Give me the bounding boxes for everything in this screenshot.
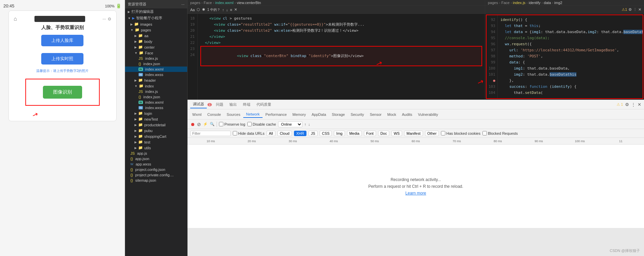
- nav-down-btn[interactable]: ↓: [226, 8, 228, 12]
- folder-login[interactable]: ▶ 📁 login: [125, 110, 187, 116]
- hide-data-urls-label[interactable]: Hide data URLs: [233, 131, 265, 135]
- import-btn[interactable]: ↑: [304, 122, 306, 126]
- learn-more-link[interactable]: Learn more: [405, 191, 426, 196]
- tab-audits[interactable]: Audits: [399, 111, 415, 118]
- filter-media-btn[interactable]: Media: [347, 131, 362, 136]
- dot-menu-icon[interactable]: ···: [102, 17, 106, 21]
- filter-css-btn[interactable]: CSS: [320, 131, 332, 136]
- tab-performance[interactable]: Performance: [263, 111, 290, 118]
- file-face-indexjs[interactable]: JS index.js: [125, 56, 187, 61]
- disable-cache-label[interactable]: Disable cache: [247, 122, 276, 126]
- file-index-wxml[interactable]: W index.wxml: [125, 100, 187, 105]
- file-face-indexwxss[interactable]: W index.wxss: [125, 72, 187, 77]
- folder-images[interactable]: ▶ 📁 images: [125, 21, 187, 27]
- file-face-indexjson[interactable]: {} index.json: [125, 61, 187, 67]
- more-menu-btn[interactable]: ≡: [230, 8, 232, 12]
- format-btn[interactable]: Aa: [190, 8, 195, 12]
- tab-security[interactable]: Security: [348, 111, 367, 118]
- filter-img-btn[interactable]: Img: [334, 131, 345, 136]
- folder-body[interactable]: ▶ 📁 body: [125, 39, 187, 44]
- right-code-editor[interactable]: identify() { let that = this; let data =…: [498, 15, 643, 98]
- folder-aa[interactable]: ▶ 📁 aa: [125, 33, 187, 39]
- warning-btn[interactable]: ⚠1: [622, 7, 627, 12]
- folder-face[interactable]: ▼ 📁 Face: [125, 50, 187, 56]
- tab-vulnerability[interactable]: Vulnerability: [415, 111, 441, 118]
- explorer-menu-icon[interactable]: ···: [181, 2, 184, 6]
- filter-js-btn[interactable]: JS: [308, 131, 318, 136]
- hide-data-urls-checkbox[interactable]: [233, 131, 237, 135]
- filter-font-btn[interactable]: Font: [364, 131, 376, 136]
- folder-center[interactable]: ▶ 📁 center: [125, 44, 187, 50]
- close-right-btn[interactable]: ✕: [638, 7, 641, 12]
- home-icon[interactable]: ⌂: [14, 16, 17, 22]
- file-projectconfig[interactable]: {} project.config.json: [125, 167, 187, 172]
- tab-mock[interactable]: Mock: [385, 111, 399, 118]
- export-btn[interactable]: ↓: [308, 122, 310, 126]
- code-editor-wxml[interactable]: <view cl > gestures <view class="resultT…: [198, 14, 485, 100]
- stop-btn[interactable]: ⊘: [197, 122, 201, 127]
- warning-count-btn[interactable]: ⚠ 1: [617, 102, 623, 107]
- folder-productdetail[interactable]: ▶ 📁 productdetail: [125, 122, 187, 128]
- filter-doc-btn[interactable]: Doc: [378, 131, 390, 136]
- file-index-wxss[interactable]: W index.wxss: [125, 105, 187, 110]
- filter-all-btn[interactable]: All: [267, 131, 275, 136]
- tab-wxml[interactable]: Wxml: [190, 111, 204, 118]
- filter-xhr-btn[interactable]: XHR: [294, 131, 306, 136]
- record-icon[interactable]: ⊙: [108, 17, 111, 21]
- folder-pubu[interactable]: ▶ 📁 pubu: [125, 128, 187, 133]
- tab-quality[interactable]: 代码质量: [254, 101, 274, 108]
- project-root-item[interactable]: ▼ ▶ 智能餐厅小程序: [125, 15, 187, 21]
- info-btn[interactable]: ✱: [202, 7, 205, 12]
- filter-manifest-btn[interactable]: Manifest: [404, 131, 423, 136]
- filter-toggle-btn[interactable]: ⚡: [203, 122, 208, 126]
- search-btn[interactable]: 🔍: [210, 122, 215, 126]
- settings-btn[interactable]: ⚙: [628, 7, 632, 12]
- devtools-settings-btn[interactable]: ⚙: [625, 102, 629, 107]
- file-appjs[interactable]: JS app.js: [125, 151, 187, 156]
- devtools-close-btn[interactable]: ✕: [638, 102, 641, 107]
- folder-header[interactable]: ▶ 📁 header: [125, 77, 187, 83]
- nav-up-btn[interactable]: ↑: [222, 8, 224, 12]
- tab-console[interactable]: Console: [205, 111, 224, 118]
- devtools-more-btn[interactable]: ⋮: [631, 102, 636, 107]
- filter-input[interactable]: [190, 131, 231, 136]
- preserve-log-label[interactable]: Preserve log: [219, 122, 245, 126]
- file-index-json[interactable]: {} index.json: [125, 94, 187, 100]
- blocked-cookies-checkbox[interactable]: [441, 131, 445, 135]
- close-editor-btn[interactable]: ✕: [234, 7, 237, 12]
- recognize-button[interactable]: 图像识别: [43, 86, 82, 99]
- more-btn[interactable]: ⋮: [633, 7, 637, 12]
- file-projectprivate[interactable]: {} project.private.config....: [125, 172, 187, 178]
- file-index-js[interactable]: JS index.js: [125, 89, 187, 94]
- file-sitemap[interactable]: {} sitemap.json: [125, 178, 187, 183]
- tab-debugger[interactable]: 调试器: [190, 101, 207, 108]
- tab-appdata[interactable]: AppData: [309, 111, 329, 118]
- filter-ws-btn[interactable]: WS: [391, 131, 402, 136]
- tab-network[interactable]: Network: [243, 111, 262, 118]
- preserve-log-checkbox[interactable]: [219, 122, 223, 126]
- tab-output[interactable]: 输出: [227, 101, 240, 108]
- tab-terminal[interactable]: 终端: [240, 101, 253, 108]
- network-throttle-select[interactable]: Online Slow 3G Fast 3G Offline: [278, 121, 302, 127]
- folder-pages[interactable]: ▼ 📁 pages: [125, 27, 187, 33]
- blocked-cookies-label[interactable]: Has blocked cookies: [441, 131, 480, 135]
- folder-index[interactable]: ▼ 📁 index: [125, 83, 187, 89]
- file-appwxss[interactable]: W app.wxss: [125, 161, 187, 167]
- folder-utils[interactable]: ▶ 📁 utils: [125, 145, 187, 151]
- upload-face-button[interactable]: 上传人脸库: [41, 35, 83, 46]
- filter-cloud-btn[interactable]: Cloud: [277, 131, 292, 136]
- open-editors-item[interactable]: ▶ 打开的编辑器: [125, 8, 187, 15]
- blocked-requests-label[interactable]: Blocked Requests: [482, 131, 518, 135]
- tab-sensor[interactable]: Sensor: [367, 111, 384, 118]
- record-btn[interactable]: ⏺: [190, 122, 195, 127]
- file-face-indexwxml[interactable]: W index.wxml: [125, 67, 187, 72]
- folder-test[interactable]: ▶ 📁 test: [125, 139, 187, 145]
- disable-cache-checkbox[interactable]: [247, 122, 252, 126]
- folder-shoppingcart[interactable]: ▶ 📁 shoppingCart: [125, 133, 187, 139]
- file-appjson[interactable]: {} app.json: [125, 156, 187, 161]
- blocked-requests-checkbox[interactable]: [482, 131, 487, 135]
- tab-problems[interactable]: 问题: [213, 101, 226, 108]
- upload-live-button[interactable]: 上传实时照: [41, 53, 83, 65]
- tab-storage[interactable]: Storage: [329, 111, 348, 118]
- wrap-btn[interactable]: ⬡: [197, 7, 200, 12]
